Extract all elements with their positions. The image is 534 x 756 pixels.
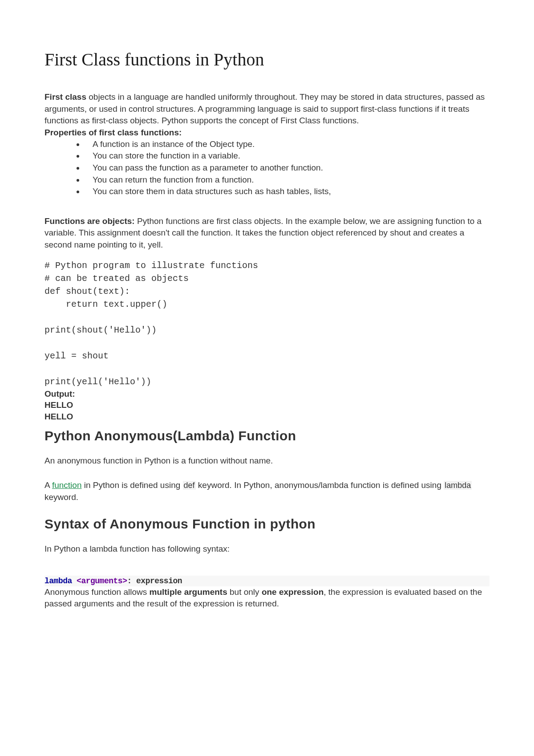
text-fragment: keyword. [44, 492, 78, 502]
syntax-keyword-lambda: lambda [44, 577, 72, 585]
intro-bold: First class [44, 92, 86, 102]
output-label: Output: [44, 388, 490, 400]
output-block: Output: HELLO HELLO [44, 388, 490, 423]
heading-syntax: Syntax of Anonymous Function in python [44, 516, 490, 532]
intro-text: objects in a language are handled unifor… [44, 92, 485, 125]
inline-code-lambda: lambda [444, 481, 472, 490]
code-block-1: # Python program to illustrate functions… [44, 259, 490, 388]
text-fragment: in Python is defined using [81, 480, 182, 490]
def-keyword-paragraph: A function in Python is defined using de… [44, 480, 490, 503]
syntax-line: lambda <arguments>: expression [44, 576, 490, 586]
list-item: A function is an instance of the Object … [85, 138, 490, 150]
text-fragment: keyword. In Python, anonymous/lambda fun… [196, 480, 444, 490]
text-fragment: Anonymous function allows [44, 587, 150, 597]
list-item: You can store them in data structures su… [85, 186, 490, 198]
properties-label: Properties of first class functions: [44, 128, 490, 138]
bold-one-expression: one expression [262, 587, 324, 597]
intro-paragraph: First class objects in a language are ha… [44, 91, 490, 127]
bold-multiple-arguments: multiple arguments [150, 587, 227, 597]
list-item: You can return the function from a funct… [85, 174, 490, 186]
anonymous-paragraph: An anonymous function in Python is a fun… [44, 455, 490, 467]
syntax-rest: : expression [127, 577, 182, 585]
output-line: HELLO [44, 411, 490, 423]
properties-list: A function is an instance of the Object … [67, 138, 490, 198]
list-item: You can pass the function as a parameter… [85, 162, 490, 174]
text-fragment: but only [227, 587, 262, 597]
heading-lambda: Python Anonymous(Lambda) Function [44, 428, 490, 443]
inline-code-def: def [183, 481, 196, 490]
page-title: First Class functions in Python [44, 49, 490, 70]
function-link[interactable]: function [52, 480, 82, 490]
syntax-arguments: <arguments> [72, 577, 127, 585]
syntax-intro-paragraph: In Python a lambda function has followin… [44, 543, 490, 555]
final-paragraph: Anonymous function allows multiple argum… [44, 586, 490, 610]
list-item: You can store the function in a variable… [85, 150, 490, 162]
functions-are-objects-paragraph: Functions are objects: Python functions … [44, 215, 490, 251]
text-fragment: A [44, 480, 52, 490]
functions-objects-bold: Functions are objects: [44, 216, 135, 226]
output-line: HELLO [44, 399, 490, 411]
